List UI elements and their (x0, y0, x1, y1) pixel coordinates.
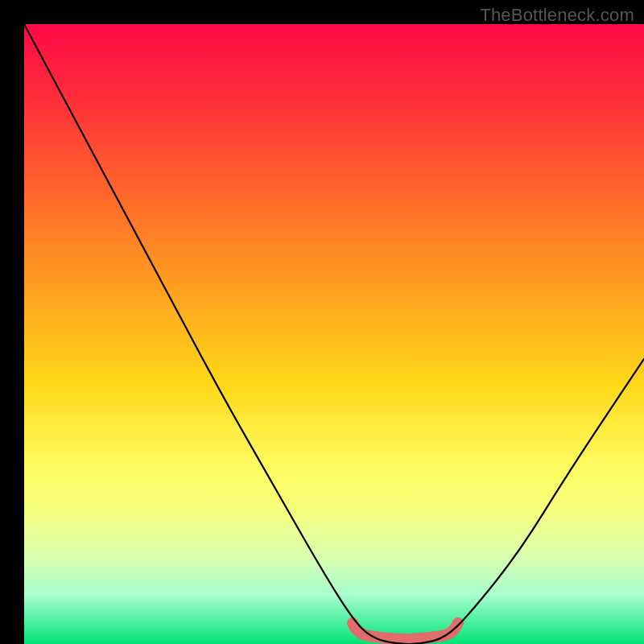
chart-svg (24, 24, 644, 644)
bottleneck-curve-left (24, 24, 421, 644)
chart-plot-area (24, 24, 644, 644)
bottleneck-curve-right (396, 359, 644, 644)
watermark-text: TheBottleneck.com (480, 5, 634, 26)
